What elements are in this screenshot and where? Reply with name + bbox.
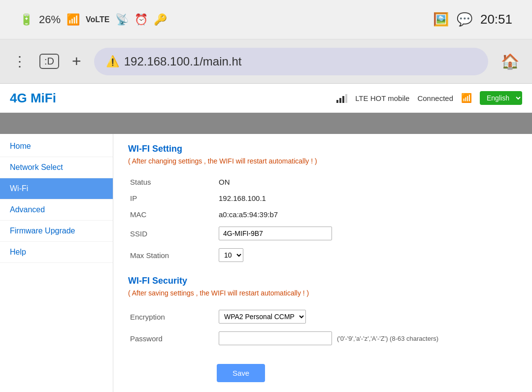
new-tab-icon[interactable]: +: [69, 49, 84, 73]
ssid-label: SSID: [128, 223, 217, 244]
max-station-row: Max Station 10 5 15 20: [128, 244, 517, 266]
ip-row: IP 192.168.100.1: [128, 190, 517, 206]
max-station-label: Max Station: [128, 244, 217, 266]
status-label: Status: [128, 174, 217, 190]
status-left: 🔋 26% 📶 VoLTE 📡 ⏰ 🔑: [20, 13, 167, 26]
language-select[interactable]: English 中文: [480, 91, 522, 105]
status-value: ON: [217, 174, 517, 190]
wifi-setting-section: WI-FI Setting ( After changing settings …: [128, 144, 517, 266]
wifi-info-table: Status ON IP 192.168.100.1 MAC a0:ca:a5:…: [128, 174, 517, 266]
wifi-setting-warning: ( After changing settings , the WIFI wil…: [128, 157, 517, 165]
max-station-select[interactable]: 10 5 15 20: [219, 248, 243, 262]
browser-bar: ⋮ :D + ⚠️ 192.168.100.1/main.ht 🏠: [0, 39, 532, 84]
mac-value: a0:ca:a5:94:39:b7: [217, 206, 517, 223]
wifi-status-icon: 📶: [461, 93, 472, 103]
photo-icon: 🖼️: [433, 12, 449, 27]
wifi-security-title: WI-FI Security: [128, 276, 517, 286]
wifi-icon: 📡: [115, 13, 129, 26]
vpn-icon: 🔑: [154, 13, 167, 26]
content-area: WI-FI Setting ( After changing settings …: [113, 134, 532, 392]
password-hint: ('0'-'9','a'-'z','A'-'Z') (8-63 characte…: [337, 335, 438, 342]
ssid-input[interactable]: [219, 227, 332, 240]
status-bar: 🔋 26% 📶 VoLTE 📡 ⏰ 🔑 🖼️ 💬 20:51: [0, 0, 532, 39]
ip-label: IP: [128, 190, 217, 206]
max-station-cell: 10 5 15 20: [217, 244, 517, 266]
battery-percent: 26%: [39, 13, 61, 26]
ip-value: 192.168.100.1: [217, 190, 517, 206]
page-body: Home Network Select Wi-Fi Advanced Firmw…: [0, 134, 532, 392]
alarm-icon: ⏰: [134, 13, 148, 26]
bar2: [339, 98, 341, 103]
password-label: Password: [128, 327, 217, 349]
mac-row: MAC a0:ca:a5:94:39:b7: [128, 206, 517, 223]
encryption-row: Encryption WPA2 Personal CCMP WPA Person…: [128, 306, 517, 327]
password-row: Password ('0'-'9','a'-'z','A'-'Z') (8-63…: [128, 327, 517, 349]
sidebar: Home Network Select Wi-Fi Advanced Firmw…: [0, 134, 113, 392]
password-cell: ('0'-'9','a'-'z','A'-'Z') (8-63 characte…: [217, 327, 517, 349]
warning-icon: ⚠️: [106, 55, 119, 68]
ssid-row: SSID: [128, 223, 517, 244]
connected-badge: Connected: [417, 94, 453, 102]
wifi-security-section: WI-FI Security ( After saving settings ,…: [128, 276, 517, 382]
encryption-cell: WPA2 Personal CCMP WPA Personal TKIP WPA…: [217, 306, 517, 327]
network-info: LTE HOT mobile: [355, 94, 409, 102]
sidebar-item-firmware-upgrade[interactable]: Firmware Upgrade: [0, 221, 113, 242]
sidebar-item-help[interactable]: Help: [0, 242, 113, 263]
encryption-label: Encryption: [128, 306, 217, 327]
clock: 20:51: [480, 12, 512, 27]
encryption-select[interactable]: WPA2 Personal CCMP WPA Personal TKIP WPA…: [219, 310, 306, 324]
signal-icon: 📶: [66, 13, 80, 26]
bar3: [342, 96, 344, 103]
signal-bars: [336, 93, 347, 103]
home-icon[interactable]: 🏠: [498, 50, 522, 73]
bar1: [336, 100, 338, 103]
bar4: [345, 94, 347, 103]
url-text: 192.168.100.1/main.ht: [124, 55, 242, 68]
sidebar-item-network-select[interactable]: Network Select: [0, 157, 113, 178]
status-row: Status ON: [128, 174, 517, 190]
site-header: 4G MiFi LTE HOT mobile Connected 📶 Engli…: [0, 84, 532, 113]
sidebar-item-wifi[interactable]: Wi-Fi: [0, 178, 113, 199]
save-button[interactable]: Save: [217, 364, 265, 382]
wifi-setting-title: WI-FI Setting: [128, 144, 517, 154]
nav-bar: [0, 113, 532, 134]
wifi-security-table: Encryption WPA2 Personal CCMP WPA Person…: [128, 306, 517, 349]
logo: 4G MiFi: [10, 91, 56, 106]
page-wrapper: 4G MiFi LTE HOT mobile Connected 📶 Engli…: [0, 84, 532, 392]
battery-icon: 🔋: [20, 13, 33, 26]
more-vert-icon[interactable]: ⋮: [10, 50, 30, 72]
chat-icon: 💬: [457, 12, 472, 27]
devtools-icon[interactable]: :D: [39, 54, 59, 69]
status-right: 🖼️ 💬 20:51: [433, 12, 512, 27]
header-right: LTE HOT mobile Connected 📶 English 中文: [336, 91, 522, 105]
volte-icon: VoLTE: [86, 15, 109, 24]
mac-label: MAC: [128, 206, 217, 223]
sidebar-item-home[interactable]: Home: [0, 136, 113, 157]
sidebar-item-advanced[interactable]: Advanced: [0, 199, 113, 221]
address-bar[interactable]: ⚠️ 192.168.100.1/main.ht: [94, 48, 488, 75]
password-input[interactable]: [219, 331, 332, 345]
ssid-cell: [217, 223, 517, 244]
wifi-security-warning: ( After saving settings , the WIFI will …: [128, 289, 517, 297]
